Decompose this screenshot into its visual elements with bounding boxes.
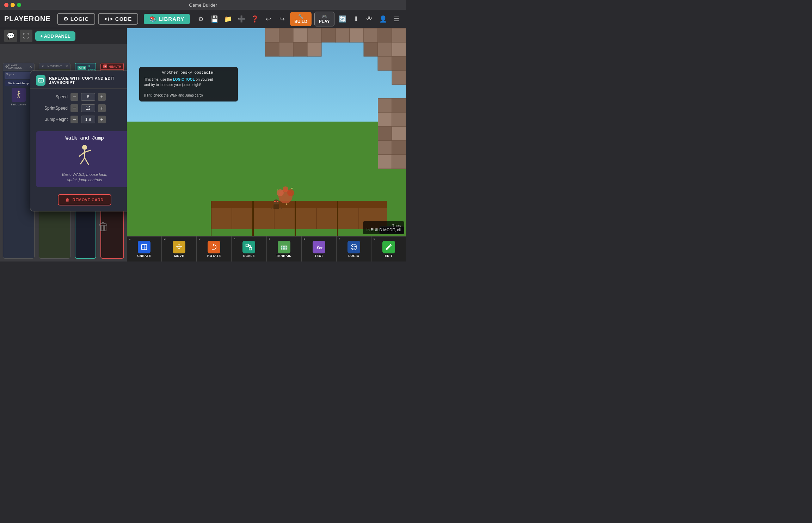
speed-plus-button[interactable]: +: [98, 93, 106, 101]
build-button[interactable]: 🔧 BUILD: [290, 12, 312, 26]
topbar: PLAYERONE ⚙ LOGIC </> CODE 📚 LIBRARY ⚙ 💾…: [0, 10, 406, 28]
svg-rect-52: [392, 127, 406, 141]
titlebar: Game Builder: [0, 0, 406, 10]
game-viewport[interactable]: ✦ ✦ ✦ Another pesky obstacle!: [127, 28, 406, 262]
svg-rect-48: [392, 98, 406, 112]
card-preview-desc: Basic WASD, mouse look, sprint, jump con…: [62, 172, 107, 183]
menu-button[interactable]: ☰: [391, 13, 402, 25]
book-icon: 📚: [149, 16, 156, 22]
jump-plus-button[interactable]: +: [98, 116, 106, 123]
player-controls-header: ✛ PLAYER CONTROLS ✕: [3, 63, 34, 70]
scale-tool[interactable]: 4 SCALE: [232, 236, 266, 262]
rotate-tool[interactable]: 3 ROTATE: [197, 236, 232, 262]
text-tool[interactable]: 6 ABC TEXT: [302, 236, 337, 262]
svg-rect-33: [392, 70, 406, 85]
dialogue-box: Another pesky obstacle! This time, use t…: [139, 67, 238, 101]
trash-drop-zone[interactable]: 🗑: [98, 220, 109, 233]
svg-rect-24: [265, 42, 279, 56]
modal-dialog: </> REPLACE WITH COPY AND EDIT JAVASCRIP…: [30, 70, 127, 211]
sprint-minus-button[interactable]: −: [70, 104, 78, 112]
logic-tool[interactable]: 7 LOGIC: [337, 236, 371, 262]
maximize-traffic-light[interactable]: [17, 3, 21, 7]
stone-wall-right: [378, 98, 406, 236]
movement-header: ↗ MOVEMENT ✕: [39, 63, 70, 69]
svg-point-86: [352, 246, 353, 247]
jump-minus-button[interactable]: −: [70, 116, 78, 123]
svg-point-0: [18, 91, 20, 93]
ifthen-close[interactable]: ✕: [96, 66, 97, 70]
logic-nav-button[interactable]: ⚙ LOGIC: [57, 13, 96, 25]
svg-point-60: [283, 186, 288, 192]
svg-rect-23: [392, 28, 406, 42]
settings-button[interactable]: ⚙: [196, 13, 206, 25]
svg-rect-20: [350, 28, 364, 42]
code-nav-button[interactable]: </> CODE: [98, 13, 138, 25]
help-button[interactable]: ❓: [250, 13, 260, 25]
pause-button[interactable]: ⏸: [351, 13, 361, 25]
speed-input[interactable]: [81, 93, 95, 101]
code-icon: </>: [104, 16, 113, 22]
svg-point-66: [274, 201, 276, 202]
build-hint: Thes In BUILD MODE, cli: [363, 221, 404, 234]
close-traffic-light[interactable]: [4, 3, 8, 7]
speed-label: Speed: [36, 94, 68, 99]
gamepad-icon: 🎮: [322, 14, 327, 19]
trash-icon: 🗑: [66, 198, 70, 202]
expand-button[interactable]: ⛶: [20, 30, 32, 42]
sprint-plus-button[interactable]: +: [98, 104, 106, 112]
svg-text:✦: ✦: [277, 189, 279, 192]
wrench-icon: 🔧: [298, 14, 303, 19]
rotate-icon: [208, 241, 220, 253]
svg-line-13: [85, 158, 89, 165]
modal-icon: </>: [36, 75, 45, 86]
svg-point-59: [287, 189, 294, 196]
svg-rect-18: [321, 28, 336, 42]
refresh-button[interactable]: 🔄: [337, 13, 348, 25]
jump-label: JumpHeight: [36, 117, 68, 122]
main-content: 💬 ⛶ + ADD PANEL ✛ PLAYER CONTROLS ✕ Play…: [0, 28, 406, 262]
player-controls-content: Players — □ Walk and Jump: [3, 70, 34, 107]
user-button[interactable]: 👤: [378, 13, 388, 25]
player-controls-close[interactable]: ✕: [29, 65, 32, 69]
number-3: 3: [199, 237, 200, 240]
terrain-tool[interactable]: 5 TERRAIN: [267, 236, 302, 262]
remove-card-button[interactable]: 🗑 REMOVE CARD: [58, 194, 111, 205]
minimize-traffic-light[interactable]: [11, 3, 15, 7]
library-nav-button[interactable]: 📚 LIBRARY: [144, 14, 190, 24]
edit-tool[interactable]: 8 EDIT: [371, 236, 406, 262]
add-panel-button[interactable]: + ADD PANEL: [35, 31, 75, 41]
game-scene: ✦ ✦ ✦ Another pesky obstacle!: [127, 28, 406, 262]
play-button[interactable]: 🎮 PLAY: [314, 12, 334, 26]
svg-rect-31: [378, 56, 392, 70]
create-tool[interactable]: 1 CREATE: [127, 236, 162, 262]
folder-button[interactable]: 📁: [223, 13, 233, 25]
card-preview-title: Walk and Jump: [65, 135, 104, 141]
svg-rect-29: [378, 42, 392, 56]
speed-minus-button[interactable]: −: [70, 93, 78, 101]
svg-line-68: [271, 207, 273, 209]
arrow-icon: ↗: [41, 64, 44, 68]
svg-point-8: [82, 145, 87, 150]
sprint-input[interactable]: [81, 104, 95, 112]
svg-rect-15: [279, 28, 293, 42]
modal-header: </> REPLACE WITH COPY AND EDIT JAVASCRIP…: [30, 71, 127, 89]
number-5: 5: [269, 237, 270, 240]
jump-input[interactable]: [81, 116, 95, 123]
view-button[interactable]: 👁: [364, 13, 375, 25]
number-8: 8: [374, 237, 375, 240]
add-button[interactable]: ➕: [236, 13, 247, 25]
undo-button[interactable]: ↩: [263, 13, 274, 25]
player-name: PLAYERONE: [4, 15, 51, 23]
move-tool[interactable]: 2 MOVE: [162, 236, 197, 262]
svg-rect-26: [293, 42, 307, 56]
bottom-toolbar: 1 CREATE 2 MOVE 3: [127, 236, 406, 262]
chat-button[interactable]: 💬: [4, 30, 17, 42]
number-2: 2: [164, 237, 165, 240]
movement-close[interactable]: ✕: [65, 64, 68, 68]
svg-line-12: [80, 158, 85, 164]
svg-rect-65: [273, 204, 279, 209]
stickman-figure: [74, 144, 95, 169]
redo-button[interactable]: ↪: [277, 13, 287, 25]
svg-text:✦: ✦: [291, 187, 293, 190]
save-button[interactable]: 💾: [209, 13, 220, 25]
